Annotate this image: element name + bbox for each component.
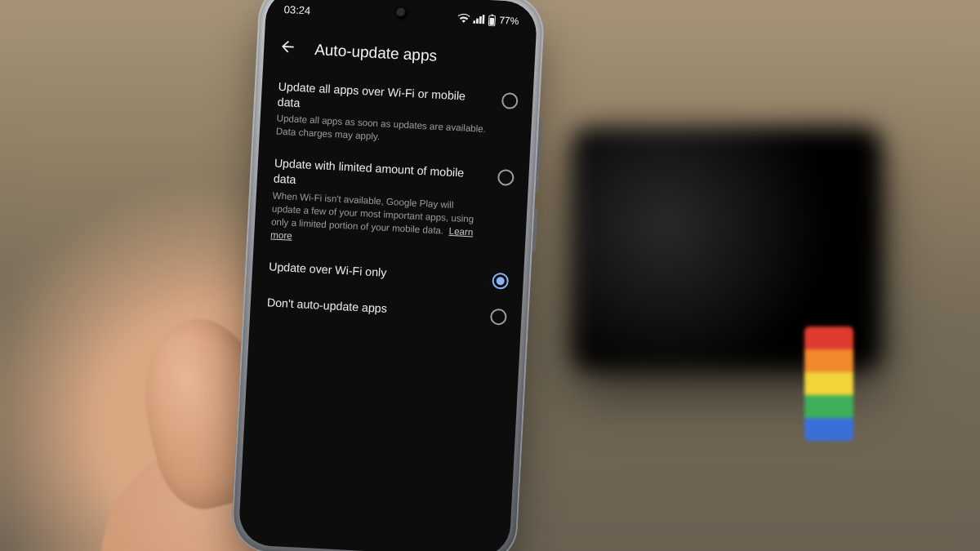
battery-icon (488, 13, 497, 26)
back-button[interactable] (271, 32, 304, 64)
signal-icon (473, 14, 485, 24)
app-bar: Auto-update apps (263, 26, 536, 82)
radio-button[interactable] (501, 92, 519, 109)
status-time: 03:24 (283, 2, 310, 16)
options-list: Update all apps over Wi-Fi or mobile dat… (250, 78, 533, 327)
option-dont-update[interactable]: Don't auto-update apps (266, 295, 507, 325)
svg-rect-2 (489, 17, 494, 24)
option-description-text: When Wi-Fi isn't available, Google Play … (271, 189, 474, 235)
svg-rect-1 (491, 14, 493, 16)
status-right: 77% (457, 12, 519, 28)
photo-background: 03:24 77% (0, 0, 980, 551)
wifi-icon (457, 13, 470, 24)
phone: 03:24 77% (230, 0, 546, 551)
option-title: Update over Wi-Fi only (269, 259, 482, 285)
arrow-back-icon (278, 38, 297, 60)
option-limited-mobile[interactable]: Update with limited amount of mobile dat… (270, 156, 514, 254)
radio-button[interactable] (497, 169, 514, 186)
radio-button[interactable] (492, 273, 509, 290)
option-wifi-only[interactable]: Update over Wi-Fi only (269, 259, 510, 289)
phone-frame: 03:24 77% (230, 0, 546, 551)
phone-screen: 03:24 77% (238, 0, 537, 551)
status-battery-text: 77% (499, 15, 519, 27)
option-description: When Wi-Fi isn't available, Google Play … (270, 189, 485, 251)
option-title: Don't auto-update apps (266, 295, 479, 321)
radio-button[interactable] (490, 308, 507, 325)
page-title: Auto-update apps (314, 41, 438, 65)
option-wifi-or-mobile[interactable]: Update all apps over Wi-Fi or mobile dat… (275, 79, 518, 151)
